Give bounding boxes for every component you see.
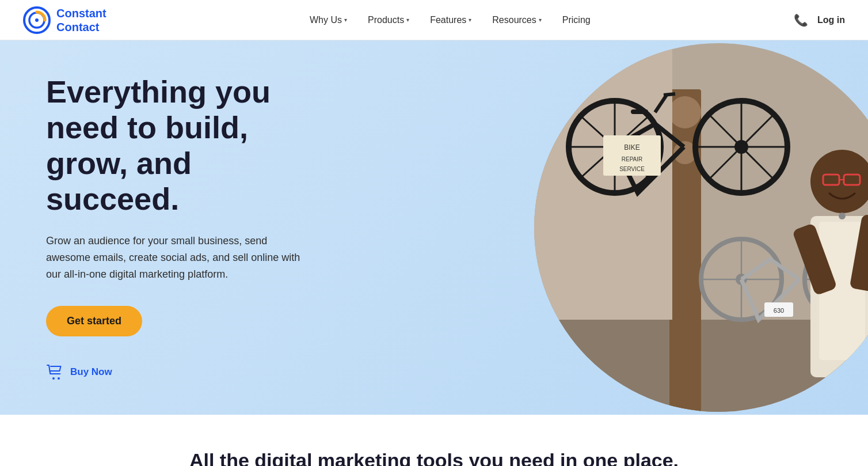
svg-text:SERVICE: SERVICE xyxy=(619,166,645,172)
svg-text:REPAIR: REPAIR xyxy=(622,156,643,162)
svg-point-48 xyxy=(839,213,846,219)
login-button[interactable]: Log in xyxy=(817,15,845,25)
chevron-down-icon: ▾ xyxy=(344,17,347,23)
buy-now-link[interactable]: Buy Now xyxy=(46,363,311,381)
nav-label-features: Features xyxy=(430,15,466,25)
bottom-tagline: All the digital marketing tools you need… xyxy=(23,449,845,466)
logo-icon xyxy=(23,6,51,34)
chevron-down-icon: ▾ xyxy=(469,17,471,23)
nav-item-pricing[interactable]: Pricing xyxy=(554,10,599,30)
svg-rect-25 xyxy=(631,109,648,114)
nav-item-why-us[interactable]: Why Us ▾ xyxy=(302,10,355,30)
buy-now-label: Buy Now xyxy=(70,366,112,378)
nav-item-products[interactable]: Products ▾ xyxy=(360,10,417,30)
nav-item-resources[interactable]: Resources ▾ xyxy=(484,10,549,30)
nav-item-features[interactable]: Features ▾ xyxy=(422,10,479,30)
main-nav: Why Us ▾ Products ▾ Features ▾ Resources… xyxy=(302,10,599,30)
hero-image-area: BIKE REPAIR SERVICE xyxy=(477,40,868,415)
bottom-section: All the digital marketing tools you need… xyxy=(0,415,868,466)
svg-text:BIKE: BIKE xyxy=(624,143,639,151)
svg-text:630: 630 xyxy=(774,307,784,314)
hero-circle: BIKE REPAIR SERVICE xyxy=(534,43,868,412)
hero-content: Everything you need to build, grow, and … xyxy=(0,74,357,381)
nav-label-pricing: Pricing xyxy=(562,15,591,25)
header: Constant Contact Why Us ▾ Products ▾ Fea… xyxy=(0,0,868,40)
get-started-button[interactable]: Get started xyxy=(46,306,142,336)
hero-cta-area: Get started xyxy=(46,306,311,353)
logo[interactable]: Constant Contact xyxy=(23,6,106,34)
svg-point-4 xyxy=(58,377,60,380)
nav-label-products: Products xyxy=(368,15,404,25)
svg-point-2 xyxy=(35,18,39,22)
nav-label-why-us: Why Us xyxy=(310,15,342,25)
logo-text-line1: Constant xyxy=(56,6,106,20)
nav-label-resources: Resources xyxy=(492,15,536,25)
hero-subtitle: Grow an audience for your small business… xyxy=(46,233,311,282)
svg-point-8 xyxy=(669,96,701,128)
cart-icon xyxy=(46,363,64,381)
svg-point-3 xyxy=(52,377,55,380)
phone-icon[interactable]: 📞 xyxy=(794,13,808,27)
svg-line-24 xyxy=(664,94,675,95)
chevron-down-icon: ▾ xyxy=(406,17,409,23)
chevron-down-icon: ▾ xyxy=(539,17,542,23)
hero-section: Everything you need to build, grow, and … xyxy=(0,40,868,415)
hero-title: Everything you need to build, grow, and … xyxy=(46,74,311,217)
header-right: 📞 Log in xyxy=(794,13,845,27)
logo-text-line2: Contact xyxy=(56,20,106,34)
hero-image: BIKE REPAIR SERVICE xyxy=(534,43,868,412)
